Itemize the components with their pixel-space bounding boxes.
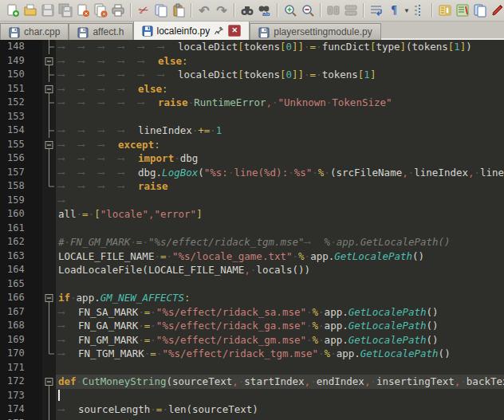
tab-affect-h[interactable]: affect.h xyxy=(69,23,132,40)
fold-margin xyxy=(42,319,56,333)
code-text[interactable]: ⟶FN_GA_MARK·=·"%s/effect/ridack_ga.mse"·… xyxy=(56,319,504,333)
open-folder-icon[interactable] xyxy=(22,2,39,19)
line-number: 163 xyxy=(0,249,42,264)
redo-icon[interactable]: ↷ xyxy=(213,2,230,19)
code-text[interactable] xyxy=(56,222,504,236)
fold-margin xyxy=(42,194,56,208)
code-text[interactable]: ⟶⟶⟶⟶⟶else: xyxy=(56,54,504,69)
save-icon[interactable] xyxy=(39,2,57,19)
print-icon[interactable] xyxy=(109,2,127,19)
code-text[interactable]: LoadLocaleFile(LOCALE_FILE_NAME,·locals(… xyxy=(56,263,504,277)
code-text[interactable]: if·app.GM_NEW_AFFECTS: xyxy=(56,291,504,305)
toolbar-separator xyxy=(431,3,433,18)
function-list-icon[interactable] xyxy=(454,2,471,19)
code-text[interactable]: def·CutMoneyString(sourceText,·startInde… xyxy=(56,375,504,389)
code-text[interactable]: all·=·["locale","error"] xyxy=(56,207,504,222)
code-text[interactable]: ⟶⟶⟶⟶lineIndex·+=·1 xyxy=(56,124,504,138)
line-number: 166 xyxy=(0,291,42,305)
indent-guide-icon[interactable] xyxy=(411,2,428,19)
fold-margin xyxy=(42,110,56,124)
line-number: 173 xyxy=(0,389,42,403)
fold-marker-icon[interactable] xyxy=(42,375,56,389)
code-text[interactable]: #·FN_GM_MARK·=·"%s/effect/ridack_tgm.mse… xyxy=(56,235,504,249)
code-text[interactable]: ⟶⟶⟶⟶⟶⟶localeDict[tokens[0]]·=·tokens[1] xyxy=(56,68,504,82)
fold-margin xyxy=(42,305,56,320)
code-text[interactable]: ⟶FN_TGM_MARK·=·"%s/effect/ridack_tgm.mse… xyxy=(56,347,504,361)
line-number: 151 xyxy=(0,82,42,96)
macro-record-icon[interactable] xyxy=(489,2,504,19)
code-text[interactable]: ⟶⟶⟶⟶else: xyxy=(56,82,504,96)
code-line-164: 164LoadLocaleFile(LOCALE_FILE_NAME,·loca… xyxy=(0,263,504,277)
fold-marker-icon[interactable] xyxy=(42,291,56,305)
close-file-icon[interactable] xyxy=(74,2,92,19)
tab-label: playersettingmodule.py xyxy=(274,26,372,37)
copy-icon[interactable] xyxy=(152,2,170,19)
code-line-159: 159⟶ xyxy=(0,194,504,208)
doc-switcher-icon[interactable] xyxy=(471,2,489,19)
fold-marker-icon[interactable] xyxy=(42,82,56,96)
code-text[interactable]: ⟶⟶⟶⟶import·dbg xyxy=(56,151,504,166)
close-all-icon[interactable] xyxy=(92,2,109,19)
new-file-icon[interactable] xyxy=(4,2,22,19)
tab-char-cpp[interactable]: char.cpp xyxy=(0,23,69,40)
line-number: 152 xyxy=(0,96,42,110)
doc-map-icon[interactable] xyxy=(436,2,454,19)
code-text[interactable]: ⟶⟶⟶⟶raise xyxy=(56,179,504,194)
fold-margin xyxy=(42,389,56,403)
code-text[interactable] xyxy=(56,417,504,420)
code-text[interactable] xyxy=(56,361,504,375)
code-text[interactable]: ⟶FN_SA_MARK·=·"%s/effect/ridack_sa.mse"·… xyxy=(56,305,504,320)
saved-file-icon xyxy=(9,27,20,37)
code-line-167: 167⟶FN_SA_MARK·=·"%s/effect/ridack_sa.ms… xyxy=(0,305,504,320)
fold-marker-icon[interactable] xyxy=(42,138,56,152)
code-editor[interactable]: 148⟶⟶⟶⟶⟶⟶localeDict[tokens[0]]·=·funcDic… xyxy=(0,40,504,420)
code-line-169: 169⟶FN_GM_MARK·=·"%s/effect/ridack_gm.ms… xyxy=(0,333,504,347)
zoom-in-icon[interactable] xyxy=(282,2,299,19)
code-text[interactable]: ⟶sourceLength·=·len(sourceText) xyxy=(56,402,504,417)
line-number: 171 xyxy=(0,361,42,375)
fold-margin xyxy=(42,333,56,347)
toolbar-separator xyxy=(320,3,321,18)
sync-vertical-scroll-icon[interactable] xyxy=(325,2,342,19)
undo-icon[interactable]: ↶ xyxy=(195,2,213,19)
code-text[interactable]: ⟶⟶⟶⟶dbg.LogBox("%s:·line(%d):·%s"·%·(src… xyxy=(56,166,504,180)
show-all-characters-icon[interactable]: ¶ xyxy=(385,2,403,19)
line-number: 158 xyxy=(0,179,42,194)
sync-horizontal-scroll-icon[interactable] xyxy=(342,2,360,19)
line-number: 164 xyxy=(0,263,42,277)
code-text[interactable]: ⟶⟶⟶except: xyxy=(56,138,504,152)
tab-playersettingmodule-py[interactable]: playersettingmodule.py xyxy=(250,23,380,40)
line-number: 170 xyxy=(0,347,42,361)
fold-marker-icon[interactable] xyxy=(42,54,56,69)
code-line-149: 149⟶⟶⟶⟶⟶else: xyxy=(0,54,504,69)
paste-icon[interactable] xyxy=(170,2,187,19)
code-text[interactable] xyxy=(56,277,504,292)
pin-icon[interactable] xyxy=(214,26,224,36)
close-tab-icon[interactable]: ✕ xyxy=(228,25,241,37)
code-text[interactable]: ⟶FN_GM_MARK·=·"%s/effect/ridack_gm.mse"·… xyxy=(56,333,504,347)
zoom-out-icon[interactable] xyxy=(299,2,317,19)
find-icon[interactable] xyxy=(238,2,256,19)
code-text[interactable]: ⟶⟶⟶⟶⟶raise·RuntimeError,·"Unknown·TokenS… xyxy=(56,96,504,110)
fold-margin xyxy=(42,151,56,166)
code-text[interactable] xyxy=(56,110,504,124)
word-wrap-icon[interactable] xyxy=(368,2,385,19)
fold-margin xyxy=(42,68,56,82)
code-line-153: 153 xyxy=(0,110,504,124)
code-text[interactable]: ⟶⟶⟶⟶⟶⟶localeDict[tokens[0]]·=·funcDict[t… xyxy=(56,40,504,54)
code-text[interactable]: ⟶ xyxy=(56,194,504,208)
code-line-172: 172def·CutMoneyString(sourceText,·startI… xyxy=(0,375,504,389)
fold-margin xyxy=(42,417,56,420)
replace-icon[interactable]: ab xyxy=(256,2,274,19)
save-all-icon[interactable] xyxy=(57,2,74,19)
code-text[interactable] xyxy=(56,389,504,403)
cut-icon[interactable]: ✂ xyxy=(135,2,152,19)
fold-margin xyxy=(42,249,56,264)
toolbar-separator xyxy=(130,3,132,18)
code-text[interactable]: LOCALE_FILE_NAME·=·"%s/locale_game.txt"·… xyxy=(56,249,504,264)
tab-label: char.cpp xyxy=(24,26,60,37)
tab-localeinfo-py[interactable]: localeinfo.py✕ xyxy=(133,22,250,40)
saved-file-icon xyxy=(142,26,153,36)
fold-margin xyxy=(42,207,56,222)
show-all-characters-dropdown-icon[interactable]: ▼ xyxy=(403,7,411,14)
